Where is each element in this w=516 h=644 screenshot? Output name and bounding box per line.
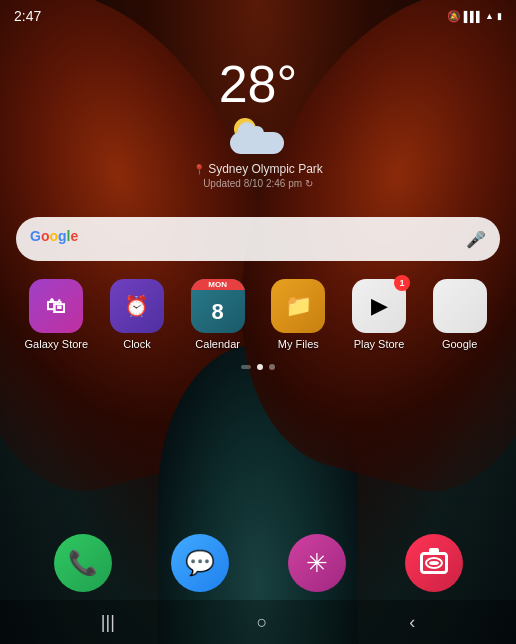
galaxy-store-icon: 🛍 (29, 279, 83, 333)
dock-messages[interactable]: 💬 (171, 534, 229, 592)
app-grid: 🛍 Galaxy Store ⏰ Clock MON 8 Calendar 📁 … (10, 279, 506, 350)
search-mic-icon[interactable]: 🎤 (466, 230, 486, 249)
weather-temperature: 28° (219, 58, 298, 110)
app-clock[interactable]: ⏰ Clock (99, 279, 176, 350)
nav-bar: ||| ○ ‹ (0, 600, 516, 644)
page-indicators (0, 364, 516, 370)
sun-cloud-icon (230, 118, 286, 154)
battery-icon: ▮ (497, 11, 502, 21)
search-bar[interactable]: Google 🎤 (16, 217, 500, 261)
calendar-label: Calendar (195, 338, 240, 350)
location-name: Sydney Olympic Park (208, 162, 323, 176)
app-play-store[interactable]: ▶ 1 Play Store (341, 279, 418, 350)
my-files-label: My Files (278, 338, 319, 350)
google-app-icon (433, 279, 487, 333)
my-files-icon: 📁 (271, 279, 325, 333)
back-button[interactable]: ‹ (397, 608, 427, 637)
wifi-icon: ▲ (485, 11, 494, 21)
dock-bixby[interactable]: ✳ (288, 534, 346, 592)
galaxy-store-label: Galaxy Store (25, 338, 89, 350)
calendar-icon: MON 8 (191, 279, 245, 333)
app-galaxy-store[interactable]: 🛍 Galaxy Store (18, 279, 95, 350)
status-time: 2:47 (14, 8, 41, 24)
app-google[interactable]: Google (421, 279, 498, 350)
page-indicator-0[interactable] (241, 365, 251, 369)
status-icons: 🔕 ▌▌▌ ▲ ▮ (447, 10, 502, 23)
signal-icon: ▌▌▌ (464, 11, 482, 22)
home-button[interactable]: ○ (245, 608, 280, 637)
dock: 📞 💬 ✳ (0, 526, 516, 600)
bixby-icon: ✳ (306, 548, 328, 579)
google-label: Google (442, 338, 477, 350)
location-pin-icon: 📍 (193, 164, 205, 175)
page-indicator-1[interactable] (257, 364, 263, 370)
clock-label: Clock (123, 338, 151, 350)
play-store-label: Play Store (354, 338, 405, 350)
recent-apps-button[interactable]: ||| (89, 608, 127, 637)
weather-icon (230, 118, 286, 154)
page-indicator-2[interactable] (269, 364, 275, 370)
mute-icon: 🔕 (447, 10, 461, 23)
dock-phone[interactable]: 📞 (54, 534, 112, 592)
dock-camera[interactable] (405, 534, 463, 592)
google-logo: Google (30, 228, 52, 250)
cloud-icon (230, 132, 284, 154)
weather-widget: 28° 📍 Sydney Olympic Park Updated 8/10 2… (0, 58, 516, 189)
play-store-badge: 1 (394, 275, 410, 291)
play-store-icon: ▶ 1 (352, 279, 406, 333)
weather-updated: Updated 8/10 2:46 pm ↻ (203, 178, 313, 189)
clock-icon: ⏰ (110, 279, 164, 333)
status-bar: 2:47 🔕 ▌▌▌ ▲ ▮ (0, 0, 516, 28)
app-my-files[interactable]: 📁 My Files (260, 279, 337, 350)
weather-location: 📍 Sydney Olympic Park (193, 162, 323, 176)
app-calendar[interactable]: MON 8 Calendar (179, 279, 256, 350)
